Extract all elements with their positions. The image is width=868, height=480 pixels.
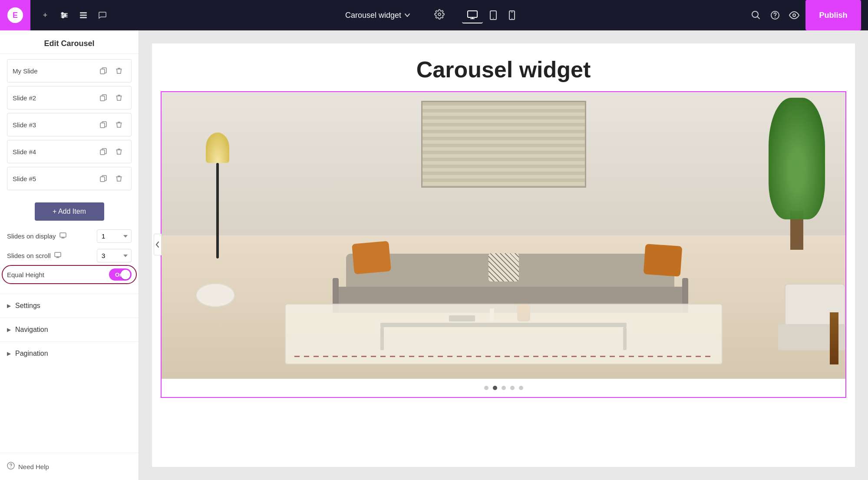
dot-0[interactable]: [484, 386, 488, 390]
rug: [285, 304, 723, 364]
svg-point-4: [64, 14, 66, 17]
layers-icon[interactable]: [76, 7, 91, 23]
svg-rect-24: [100, 123, 105, 128]
svg-point-17: [775, 17, 776, 18]
navigation-section[interactable]: ▶ Navigation: [0, 318, 139, 341]
slide-delete-0[interactable]: [112, 64, 126, 78]
slide-duplicate-2[interactable]: [96, 118, 110, 132]
slides-on-scroll-row: Slides on scroll 1 2 3 4: [7, 249, 132, 262]
svg-rect-30: [55, 252, 61, 257]
dot-4[interactable]: [519, 386, 523, 390]
slide-delete-3[interactable]: [112, 145, 126, 159]
svg-rect-7: [80, 15, 87, 16]
equal-height-label: Equal Height: [7, 271, 109, 278]
svg-point-32: [10, 467, 11, 468]
page-title: Carousel widget: [152, 43, 855, 91]
tablet-icon[interactable]: [485, 7, 502, 23]
preview-icon[interactable]: [786, 7, 802, 23]
slide-actions-1: [96, 91, 126, 105]
slides-on-display-row: Slides on display 1 2 3 4: [7, 229, 132, 243]
window-blinds: [421, 101, 586, 188]
slide-label-1: Slide #2: [13, 94, 96, 102]
pillow-left: [352, 241, 391, 274]
slide-delete-4[interactable]: [112, 172, 126, 185]
equal-height-toggle[interactable]: On: [109, 268, 132, 281]
slides-list: My Slide Slide #2: [0, 54, 139, 199]
ottoman: [196, 283, 235, 307]
slide-item-0: My Slide: [7, 59, 132, 83]
controls-icon[interactable]: [56, 7, 72, 23]
canvas-area: Carousel widget: [139, 30, 868, 480]
svg-rect-20: [100, 69, 105, 74]
slide-item-2: Slide #3: [7, 113, 132, 136]
pillow-right: [644, 244, 683, 277]
scroll-icon: [54, 252, 61, 259]
svg-point-5: [62, 16, 64, 18]
equal-height-row: Equal Height On: [7, 268, 132, 281]
slide-duplicate-1[interactable]: [96, 91, 110, 105]
slides-on-scroll-label: Slides on scroll: [7, 252, 97, 259]
collapse-handle[interactable]: [154, 234, 162, 255]
add-item-button[interactable]: + Add Item: [35, 202, 104, 221]
slide-item-4: Slide #5: [7, 167, 132, 190]
mobile-icon[interactable]: [504, 7, 520, 23]
dot-1[interactable]: [493, 386, 497, 390]
need-help-label: Need Help: [18, 463, 49, 470]
logo[interactable]: E: [0, 0, 30, 30]
settings-label: Settings: [15, 302, 40, 310]
svg-rect-14: [511, 12, 513, 13]
plant-foliage: [769, 98, 825, 219]
svg-rect-28: [100, 177, 105, 182]
slide-item-3: Slide #4: [7, 140, 132, 163]
carousel-dots: [162, 379, 845, 397]
carousel-slide-image: [162, 92, 845, 379]
comments-icon[interactable]: [95, 7, 110, 23]
slides-on-display-select[interactable]: 1 2 3 4: [97, 229, 132, 243]
equal-height-toggle-container: On: [109, 268, 132, 281]
wooden-stand: [830, 312, 838, 364]
slide-label-3: Slide #4: [13, 148, 96, 156]
controls-section: Slides on display 1 2 3 4 Slides on scro…: [0, 229, 139, 294]
slide-duplicate-4[interactable]: [96, 172, 110, 185]
pagination-arrow-icon: ▶: [7, 351, 11, 357]
slide-delete-2[interactable]: [112, 118, 126, 132]
navigation-arrow-icon: ▶: [7, 327, 11, 333]
dot-2[interactable]: [502, 386, 506, 390]
dot-3[interactable]: [510, 386, 515, 390]
settings-arrow-icon: ▶: [7, 303, 11, 309]
add-icon[interactable]: +: [37, 7, 53, 23]
help-icon[interactable]: [767, 7, 783, 23]
slide-label-2: Slide #3: [13, 121, 96, 129]
slide-actions-0: [96, 64, 126, 78]
rug-pattern: [294, 356, 713, 357]
slide-item-1: Slide #2: [7, 86, 132, 109]
toggle-knob: [121, 270, 130, 279]
slide-actions-4: [96, 172, 126, 185]
sidebar: Edit Carousel My Slide Slide #2: [0, 30, 139, 480]
slide-label-4: Slide #5: [13, 175, 96, 182]
pagination-section[interactable]: ▶ Pagination: [0, 341, 139, 365]
svg-rect-29: [60, 233, 66, 237]
widget-name-dropdown[interactable]: Carousel widget: [338, 7, 417, 23]
need-help[interactable]: Need Help: [0, 453, 139, 480]
publish-button[interactable]: Publish: [805, 0, 861, 30]
display-icon: [59, 232, 66, 240]
settings-gear-icon[interactable]: [431, 6, 448, 25]
desktop-icon[interactable]: [462, 7, 483, 23]
svg-point-11: [493, 18, 494, 19]
lamp-pole: [216, 163, 219, 258]
canvas-inner: Carousel widget: [152, 43, 855, 467]
svg-rect-6: [80, 12, 87, 13]
svg-rect-22: [100, 96, 105, 101]
slides-on-scroll-select[interactable]: 1 2 3 4: [97, 249, 132, 262]
search-icon[interactable]: [748, 7, 764, 23]
settings-section[interactable]: ▶ Settings: [0, 294, 139, 318]
logo-icon: E: [7, 7, 23, 23]
slide-duplicate-0[interactable]: [96, 64, 110, 78]
room-scene: [162, 92, 845, 379]
sidebar-title: Edit Carousel: [0, 30, 139, 54]
svg-point-18: [793, 14, 795, 17]
svg-point-13: [512, 18, 512, 19]
slide-duplicate-3[interactable]: [96, 145, 110, 159]
slide-delete-1[interactable]: [112, 91, 126, 105]
